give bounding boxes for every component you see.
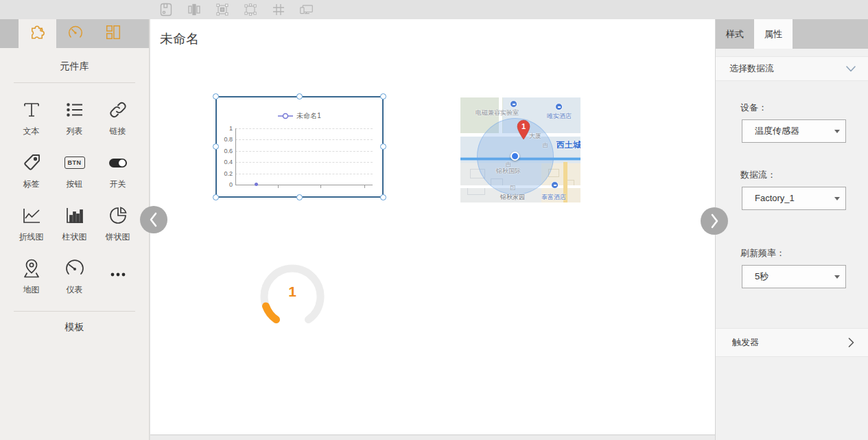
gridline — [235, 162, 373, 163]
x-tick — [278, 185, 279, 188]
chevron-right-icon — [709, 213, 720, 229]
y-tick: 0.4 — [217, 159, 233, 165]
map-widget[interactable]: 电磁兼容实验室 唯实酒店 大厦 西土城 甴 甴 锦秋国际 囙 锦秋家园 泰富酒店… — [460, 97, 580, 202]
y-axis — [235, 128, 236, 185]
data-point — [255, 183, 258, 186]
component-bar-chart[interactable]: 柱状图 — [53, 197, 96, 250]
datastream-section-header[interactable]: 选择数据流 — [716, 56, 868, 81]
y-tick: 0.6 — [217, 148, 233, 154]
gauge-tab-icon — [67, 23, 84, 44]
legend-label: 未命名1 — [296, 111, 321, 121]
app-window: 元件库 文本 — [0, 0, 868, 440]
tab-components[interactable] — [19, 19, 56, 48]
sidebar-tab-spacer — [0, 19, 19, 48]
component-pie-chart[interactable]: 饼状图 — [96, 197, 139, 250]
resize-handle-se[interactable] — [380, 194, 386, 200]
x-tick — [320, 185, 321, 188]
datastream-select-value: Factory_1 — [755, 193, 795, 203]
map-icon — [21, 257, 43, 280]
layout-tab-icon — [104, 23, 122, 44]
ungroup-icon[interactable] — [243, 3, 257, 17]
more-icon — [107, 263, 129, 286]
resize-handle-nw[interactable] — [213, 93, 219, 100]
sidebar-tab-bar — [0, 19, 149, 48]
gridline — [235, 128, 373, 129]
resize-handle-ne[interactable] — [380, 93, 386, 100]
map-location-dot — [511, 152, 519, 161]
component-label: 柱状图 — [62, 231, 87, 243]
component-list[interactable]: 列表 — [53, 91, 96, 144]
x-tick — [364, 185, 365, 188]
panel-tab-bar: 样式 属性 — [716, 19, 868, 49]
line-chart-widget[interactable]: 未命名1 1 0.8 0.6 0.4 0.2 0 — [215, 96, 384, 198]
component-label: 按钮 — [67, 178, 83, 190]
datastream-field-label: 数据流： — [740, 169, 868, 181]
top-toolbar — [0, 0, 868, 19]
gauge-icon — [64, 257, 86, 280]
chevron-left-icon — [148, 212, 159, 227]
dropdown-arrow-icon — [834, 130, 840, 133]
map-label-homes: 锦秋家园 — [500, 193, 525, 202]
resize-handle-e[interactable] — [380, 143, 386, 150]
component-label: 折线图 — [19, 231, 44, 243]
component-gauge[interactable]: 仪表 — [53, 250, 96, 303]
refresh-select-value: 5秒 — [755, 271, 769, 281]
y-tick: 0 — [217, 181, 233, 188]
component-text[interactable]: 文本 — [10, 91, 53, 144]
component-label: 标签 — [23, 178, 40, 190]
tab-style[interactable]: 样式 — [716, 19, 754, 49]
resize-handle-sw[interactable] — [213, 194, 219, 200]
gridline — [235, 174, 373, 174]
refresh-select[interactable]: 5秒 — [742, 265, 846, 288]
tab-properties[interactable]: 属性 — [754, 19, 793, 49]
component-more[interactable] — [96, 250, 139, 303]
puzzle-icon — [28, 23, 47, 45]
gauge-widget[interactable]: 1 — [260, 264, 325, 329]
resize-handle-s[interactable] — [296, 194, 303, 200]
dropdown-arrow-icon — [834, 275, 840, 279]
lab-poi-icon — [510, 100, 517, 108]
component-label: 地图 — [23, 284, 40, 296]
design-canvas[interactable]: 未命名 未命名1 1 0.8 0.6 0.4 0.2 0 — [150, 19, 715, 440]
component-link[interactable]: 链接 — [96, 91, 139, 144]
tab-gauges[interactable] — [56, 19, 94, 48]
trigger-section-header[interactable]: 触发器 — [716, 328, 868, 357]
y-tick: 0.8 — [217, 136, 233, 143]
component-map[interactable]: 地图 — [10, 250, 53, 303]
library-title: 元件库 — [0, 48, 149, 82]
trigger-section-title: 触发器 — [732, 336, 759, 349]
list-icon — [64, 98, 86, 121]
link-icon — [107, 98, 129, 121]
group-icon[interactable] — [215, 3, 229, 17]
resize-handle-n[interactable] — [296, 93, 303, 100]
line-chart-icon — [21, 204, 43, 227]
save-icon[interactable] — [159, 3, 173, 17]
component-button[interactable]: BTN 按钮 — [53, 144, 96, 197]
legend-marker-icon — [278, 113, 293, 119]
collapse-panel-button[interactable] — [701, 207, 728, 235]
dropdown-arrow-icon — [834, 197, 840, 200]
switch-icon — [107, 151, 129, 174]
sidebar-tab-filler — [132, 19, 149, 48]
component-label: 饼状图 — [106, 231, 130, 243]
map-label-hotel-top: 唯实酒店 — [547, 112, 572, 121]
grid-icon[interactable] — [271, 3, 285, 17]
hotel-poi-icon — [555, 103, 563, 111]
component-switch[interactable]: 开关 — [96, 144, 139, 197]
text-icon — [21, 98, 43, 121]
datastream-select[interactable]: Factory_1 — [742, 187, 846, 210]
collapse-sidebar-button[interactable] — [140, 206, 167, 233]
datastream-section-title: 选择数据流 — [729, 62, 774, 75]
component-label: 列表 — [67, 126, 83, 137]
component-line-chart[interactable]: 折线图 — [10, 197, 53, 250]
btn-icon-text: BTN — [64, 157, 85, 169]
horizontal-scrollbar[interactable] — [150, 435, 715, 440]
map-marker-value: 1 — [521, 122, 526, 130]
resize-handle-w[interactable] — [213, 143, 219, 150]
tab-layouts[interactable] — [94, 19, 132, 48]
device-select[interactable]: 温度传感器 — [742, 119, 846, 143]
distribute-columns-icon[interactable] — [187, 3, 201, 17]
devices-preview-icon[interactable] — [299, 3, 314, 17]
component-tag[interactable]: 标签 — [10, 144, 53, 197]
gridline — [235, 151, 373, 152]
